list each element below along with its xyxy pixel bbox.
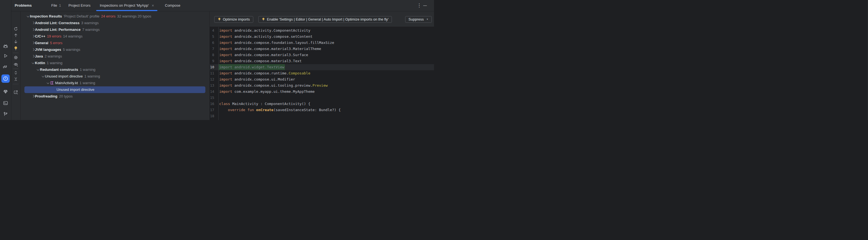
chevron-right-icon[interactable] — [31, 54, 35, 58]
close-icon[interactable]: ✕ — [152, 4, 154, 7]
chevron-down-icon[interactable] — [41, 75, 45, 78]
code-line: override fun onCreate(savedInstanceState… — [219, 107, 341, 113]
inspection-toolbar — [11, 11, 21, 120]
quick-fix-actions-bar: Optimize imports Enable 'Settings | Edit… — [210, 11, 434, 27]
line-number-gutter: 45 67 89 1011 1213 1415 1617 18 — [210, 27, 214, 119]
app-quality-insights-icon[interactable] — [3, 89, 8, 95]
preview-eye-icon[interactable] — [13, 62, 18, 67]
code-editor[interactable]: 45 67 89 1011 1213 1415 1617 18 import a… — [210, 27, 434, 120]
code-line: import androidx.compose.ui.Modifier — [219, 76, 341, 82]
chevron-right-icon[interactable] — [31, 21, 35, 25]
code-line: import androidx.compose.material3.Surfac… — [219, 52, 341, 58]
code-line: import androidx.compose.material3.Text — [219, 58, 341, 64]
tree-row-android-lint-correctness[interactable]: Android Lint: Correctness 3 warnings — [21, 20, 209, 26]
run-icon[interactable] — [3, 53, 8, 59]
code-line: import androidx.compose.ui.tooling.previ… — [219, 82, 341, 89]
code-line: import com.example.myapp.ui.theme.MyAppT… — [219, 89, 341, 95]
chevron-right-icon[interactable] — [31, 41, 35, 45]
tree-row-selected-unused-import-directive[interactable]: Unused import directive — [24, 86, 205, 93]
terminal-icon[interactable] — [3, 100, 8, 106]
tree-row-inspection-results[interactable]: Inspection Results 'Project Default' pro… — [21, 13, 209, 20]
code-content: import androidx.activity.ComponentActivi… — [219, 27, 341, 119]
code-line — [219, 95, 341, 101]
code-line: import androidx.activity.ComponentActivi… — [219, 27, 341, 34]
tab-file[interactable]: File1 — [51, 0, 61, 11]
chevron-right-icon[interactable] — [31, 48, 35, 52]
problems-icon[interactable] — [1, 75, 10, 83]
export-icon[interactable] — [13, 90, 18, 95]
tree-row-java[interactable]: Java 2 warnings — [21, 53, 209, 60]
minimize-icon[interactable]: — — [423, 0, 427, 11]
more-options-icon[interactable]: ⋮ — [417, 0, 422, 11]
bulb-icon — [218, 18, 221, 21]
tab-compose[interactable]: Compose — [165, 0, 180, 11]
tree-row-mainactivity-kt[interactable]: MainActivity.kt 1 warning — [21, 80, 209, 86]
code-line-unused-import: import android.widget.TextView — [219, 64, 341, 70]
tree-row-redundant-constructs[interactable]: Redundant constructs 1 warning — [21, 66, 209, 73]
chevron-down-icon[interactable] — [46, 81, 50, 85]
rerun-inspection-icon[interactable] — [13, 27, 18, 31]
tree-row-android-lint-performance[interactable]: Android Lint: Performance 7 warnings — [21, 26, 209, 33]
expand-all-icon[interactable] — [13, 71, 18, 75]
suppress-button[interactable]: Suppress ▼ — [405, 16, 432, 23]
chevron-down-icon[interactable] — [36, 68, 40, 72]
tool-window-stripe — [0, 0, 11, 120]
tree-row-general[interactable]: General 5 errors — [21, 40, 209, 46]
toolbar-separator — [13, 53, 19, 53]
toolbar-separator — [13, 69, 19, 69]
quickfix-bulb-icon[interactable] — [13, 46, 18, 51]
optimize-imports-button[interactable]: Optimize imports — [214, 16, 253, 23]
tree-row-jvm-languages[interactable]: JVM languages 5 warnings — [21, 46, 209, 53]
chevron-down-icon: ▼ — [426, 18, 429, 21]
chevron-down-icon[interactable] — [31, 61, 35, 65]
tree-row-kotlin[interactable]: Kotlin 1 warning — [21, 60, 209, 66]
chevron-right-icon[interactable] — [31, 95, 35, 98]
debug-icon[interactable] — [3, 43, 8, 49]
tab-project-errors[interactable]: Project Errors — [68, 0, 90, 11]
collapse-all-icon[interactable] — [13, 77, 18, 81]
page-title: Problems — [15, 0, 32, 11]
next-problem-icon[interactable] — [13, 39, 18, 44]
tree-row-c-cpp[interactable]: C/C++ 19 errors 14 warnings — [21, 33, 209, 40]
code-line — [219, 113, 341, 119]
enable-optimize-imports-on-the-fly-button[interactable]: Enable 'Settings | Editor | General | Au… — [258, 16, 392, 23]
code-line: class MainActivity : ComponentActivity()… — [219, 101, 341, 107]
logcat-icon[interactable] — [3, 64, 8, 70]
code-line: import androidx.compose.foundation.layou… — [219, 40, 341, 46]
previous-problem-icon[interactable] — [13, 33, 18, 37]
chevron-right-icon[interactable] — [31, 34, 35, 38]
settings-gear-icon[interactable] — [13, 55, 18, 60]
code-line: import androidx.compose.material3.Materi… — [219, 46, 341, 52]
code-line: import androidx.compose.runtime.Composab… — [219, 70, 341, 76]
tab-inspections-on-project[interactable]: Inspections on Project 'MyApp'✕ — [100, 0, 154, 11]
chevron-right-icon[interactable] — [31, 28, 35, 32]
tool-window-header: Problems File1 Project Errors Inspection… — [11, 0, 434, 11]
kotlin-file-icon — [50, 81, 54, 85]
tree-row-proofreading[interactable]: Proofreading 20 typos — [21, 93, 209, 100]
tree-row-unused-import-directive-group[interactable]: Unused import directive 1 warning — [21, 73, 209, 80]
gutter-separator — [218, 27, 219, 120]
tab-file-count: 1 — [59, 3, 61, 7]
bulb-icon — [261, 18, 265, 21]
chevron-down-icon[interactable] — [26, 15, 30, 18]
git-branch-icon[interactable] — [3, 111, 8, 117]
code-line: import androidx.activity.compose.setCont… — [219, 34, 341, 40]
